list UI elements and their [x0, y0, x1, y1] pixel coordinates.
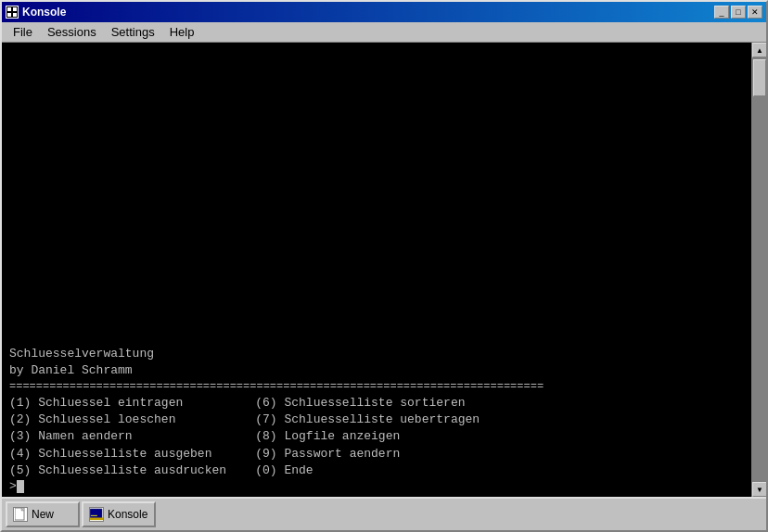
terminal-content: Schluesselverwaltung by Daniel Schramm =… [9, 46, 744, 493]
window: Konsole _ □ ✕ File Sessions Settings Hel… [0, 0, 768, 532]
svg-rect-2 [7, 13, 11, 17]
maximize-button[interactable]: □ [731, 6, 746, 19]
svg-rect-8 [90, 518, 103, 521]
terminal-line [9, 312, 744, 329]
terminal-line [9, 329, 744, 346]
konsole-icon [89, 507, 104, 522]
close-button[interactable]: ✕ [748, 6, 762, 19]
scroll-thumb[interactable] [753, 59, 766, 96]
terminal-line [9, 177, 744, 194]
terminal-prompt: > [9, 479, 744, 493]
prompt-symbol: > [9, 479, 17, 493]
new-icon [13, 507, 28, 522]
svg-rect-6 [90, 509, 102, 519]
taskbar: New Konsole [2, 497, 766, 530]
konsole-button[interactable]: Konsole [82, 501, 156, 527]
terminal-cursor [17, 480, 24, 493]
scrollbar: ▲ ▼ [751, 43, 766, 497]
terminal-menu-2: (2) Schluessel loeschen (7) Schluesselli… [9, 412, 744, 428]
terminal-line [9, 295, 744, 311]
menu-help[interactable]: Help [162, 23, 202, 41]
terminal-menu-5: (5) Schluesselliste ausdrucken (0) Ende [9, 462, 744, 479]
terminal-line [9, 261, 744, 278]
title-buttons: _ □ ✕ [714, 6, 762, 19]
konsole-button-label: Konsole [108, 508, 147, 521]
svg-rect-7 [91, 515, 97, 516]
new-button-label: New [32, 508, 54, 521]
scroll-track [752, 57, 766, 482]
terminal-line [9, 144, 744, 160]
svg-rect-1 [13, 7, 17, 11]
content-area: Schluesselverwaltung by Daniel Schramm =… [2, 43, 766, 497]
terminal-line [9, 278, 744, 295]
menu-sessions[interactable]: Sessions [40, 23, 104, 41]
menu-settings[interactable]: Settings [104, 23, 162, 41]
scroll-down-button[interactable]: ▼ [752, 482, 766, 497]
title-bar: Konsole _ □ ✕ [2, 2, 766, 22]
svg-rect-0 [7, 7, 11, 11]
terminal-menu-3: (3) Namen aendern (8) Logfile anzeigen [9, 428, 744, 445]
terminal-header-author: by Daniel Schramm [9, 362, 744, 379]
terminal-header-title: Schluesselverwaltung [9, 346, 744, 362]
window-title: Konsole [22, 6, 66, 19]
terminal-separator: ========================================… [9, 379, 744, 395]
title-bar-left: Konsole [6, 6, 66, 19]
terminal-line [9, 210, 744, 227]
scroll-up-button[interactable]: ▲ [752, 43, 766, 57]
terminal[interactable]: Schluesselverwaltung by Daniel Schramm =… [2, 43, 751, 497]
menu-file[interactable]: File [6, 23, 40, 41]
new-button[interactable]: New [6, 501, 80, 527]
terminal-menu-4: (4) Schluesselliste ausgeben (9) Passwor… [9, 446, 744, 462]
menu-bar: File Sessions Settings Help [2, 22, 766, 43]
window-icon [6, 6, 19, 19]
terminal-line [9, 160, 744, 177]
minimize-button[interactable]: _ [714, 6, 729, 19]
svg-rect-3 [13, 13, 17, 17]
terminal-line [9, 228, 744, 245]
terminal-line [9, 194, 744, 210]
terminal-menu-1: (1) Schluessel eintragen (6) Schluessell… [9, 395, 744, 412]
terminal-line [9, 245, 744, 261]
